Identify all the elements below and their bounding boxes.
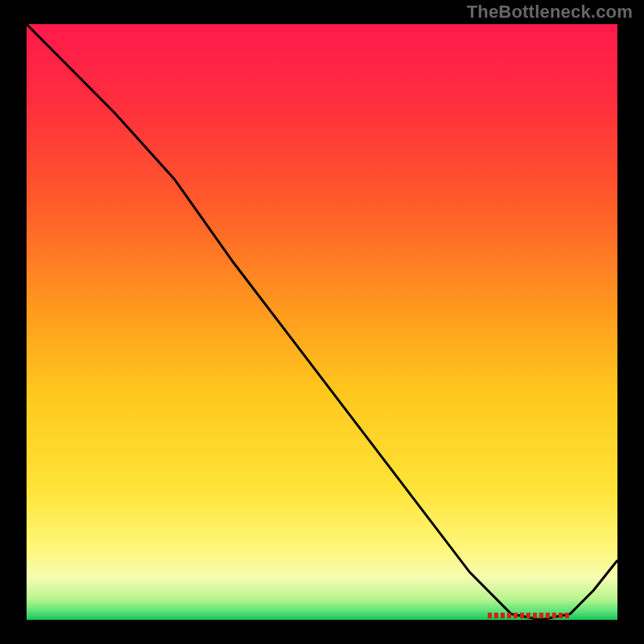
annotation-mark xyxy=(501,613,505,618)
annotation-mark xyxy=(546,613,550,618)
annotation-mark xyxy=(488,613,492,618)
annotation-mark xyxy=(565,613,569,618)
annotation-mark xyxy=(520,613,524,618)
chart-svg xyxy=(27,24,617,620)
annotation-mark xyxy=(559,613,563,618)
plot-area xyxy=(27,24,617,620)
annotation-mark xyxy=(533,613,537,618)
annotation-mark xyxy=(526,613,530,618)
annotation-mark xyxy=(552,613,556,618)
annotation-mark xyxy=(514,613,518,618)
annotation-mark xyxy=(494,613,498,618)
chart-frame: TheBottleneck.com xyxy=(0,0,644,644)
annotation-mark xyxy=(507,613,511,618)
watermark-text: TheBottleneck.com xyxy=(467,2,633,23)
annotation-mark xyxy=(539,613,543,618)
